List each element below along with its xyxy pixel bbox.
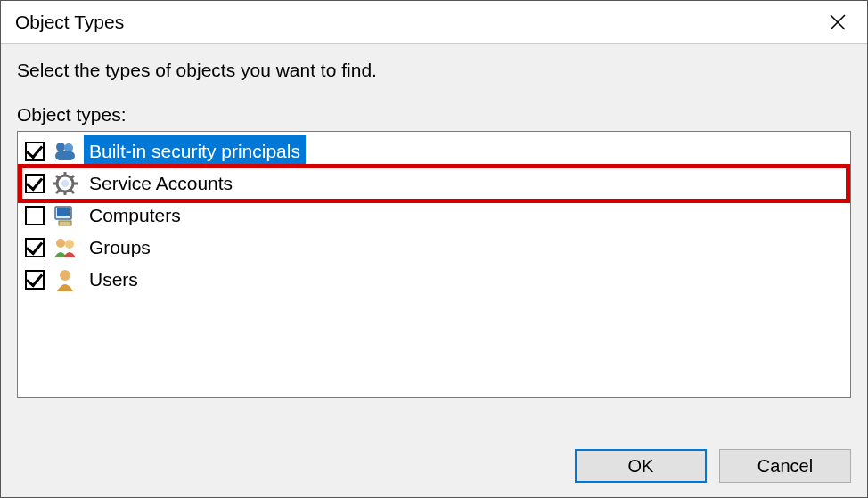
cancel-button-label: Cancel — [757, 456, 813, 477]
principals-icon — [52, 139, 78, 164]
service-account-icon — [52, 171, 78, 196]
list-item-users[interactable]: Users — [21, 264, 847, 296]
list-item-computers[interactable]: Computers — [21, 200, 847, 232]
svg-line-12 — [70, 176, 74, 179]
svg-point-20 — [60, 270, 70, 281]
svg-line-11 — [70, 190, 74, 193]
svg-rect-17 — [59, 221, 71, 225]
checkbox[interactable] — [25, 174, 45, 193]
list-item-groups[interactable]: Groups — [21, 232, 847, 264]
svg-point-3 — [64, 143, 73, 152]
cancel-button[interactable]: Cancel — [719, 449, 851, 483]
dialog-title: Object Types — [15, 12, 817, 33]
svg-line-10 — [56, 176, 60, 179]
close-button[interactable] — [817, 2, 858, 43]
list-item-label: Computers — [89, 205, 181, 226]
users-icon — [52, 267, 78, 292]
svg-point-2 — [56, 143, 65, 151]
svg-point-19 — [65, 240, 74, 249]
ok-button-label: OK — [628, 456, 654, 477]
list-item-label: Users — [89, 269, 138, 290]
dialog-buttons: OK Cancel — [1, 431, 867, 497]
object-types-dialog: Object Types Select the types of objects… — [0, 0, 868, 498]
object-types-listbox[interactable]: Built-in security principals — [17, 131, 851, 398]
checkbox[interactable] — [25, 238, 45, 257]
svg-rect-4 — [55, 151, 75, 160]
list-item-built-in-security-principals[interactable]: Built-in security principals — [21, 135, 847, 167]
list-item-label: Service Accounts — [89, 173, 233, 194]
list-item-label: Groups — [89, 237, 151, 258]
checkbox[interactable] — [25, 270, 45, 290]
ok-button[interactable]: OK — [575, 449, 707, 483]
svg-point-18 — [56, 239, 65, 248]
list-item-label: Built-in security principals — [89, 141, 300, 162]
close-icon — [830, 14, 846, 30]
instruction-text: Select the types of objects you want to … — [17, 60, 851, 81]
titlebar: Object Types — [1, 1, 867, 44]
svg-point-14 — [61, 180, 69, 187]
svg-rect-16 — [57, 208, 70, 216]
checkbox[interactable] — [25, 206, 45, 225]
list-item-service-accounts[interactable]: Service Accounts — [21, 167, 847, 200]
dialog-content: Select the types of objects you want to … — [1, 44, 867, 431]
checkbox[interactable] — [25, 142, 45, 161]
computers-icon — [52, 203, 78, 228]
list-label: Object types: — [17, 104, 851, 126]
groups-icon — [52, 235, 78, 260]
svg-line-13 — [56, 190, 60, 193]
